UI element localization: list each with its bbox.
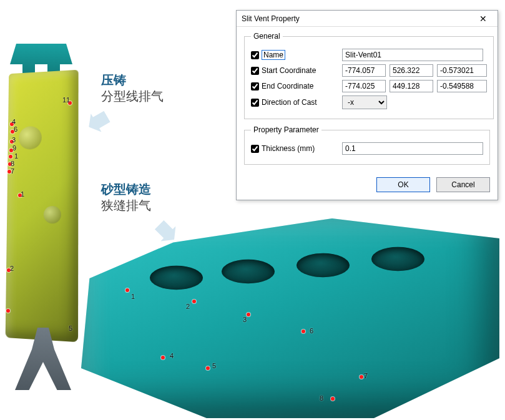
end-coord-label: End Coordinate [251,82,338,90]
end-z-input[interactable] [437,80,487,92]
vent-marker [360,375,363,379]
vent-number: 8 [11,160,14,167]
cylinder-bore [297,253,350,278]
vent-marker [247,313,250,316]
direction-label-text: Direction of Cast [262,98,317,107]
name-label-text: Name [262,50,285,60]
end-coord-label-text: End Coordinate [262,82,313,90]
vent-number: 11 [62,96,70,104]
label-die-cast-heading: 压铸 [101,72,164,88]
vent-number: 4 [170,352,174,359]
vent-number: 3 [243,316,247,323]
end-coord-checkbox[interactable] [251,82,259,90]
vent-number: 1 [21,190,24,198]
vent-number: 5 [69,325,72,332]
name-checkbox[interactable] [251,51,259,59]
group-general: General Name Start Coordinate [244,32,494,119]
part-die-cast [6,70,79,343]
thickness-checkbox[interactable] [251,145,259,153]
start-coord-label-text: Start Coordinate [262,66,316,75]
slit-vent-property-dialog: Slit Vent Property ✕ General Name Start … [236,10,498,200]
vent-marker [331,397,335,401]
label-die-cast: 压铸 分型线排气 [101,72,164,104]
part-engine-block [81,218,499,418]
dialog-titlebar[interactable]: Slit Vent Property ✕ [237,11,498,27]
direction-label: Direction of Cast [251,98,338,107]
vent-number: 3 [12,136,16,144]
cylinder-bore [222,260,275,284]
name-label: Name [251,50,338,60]
start-z-input[interactable] [437,64,487,77]
vent-number: 1 [131,293,135,300]
vent-number: 5 [212,362,216,369]
vent-marker [125,288,129,292]
thickness-label: Thickness (mm) [251,144,338,153]
group-property-parameter-legend: Property Parameter [251,125,321,134]
end-x-input[interactable] [342,80,386,92]
start-y-input[interactable] [390,64,433,77]
vent-number: 7 [11,167,14,175]
vent-marker [6,309,10,313]
thickness-input[interactable] [342,142,483,155]
name-input[interactable] [342,49,483,61]
vent-marker [192,300,196,303]
direction-checkbox[interactable] [251,99,259,107]
vent-number: 4 [12,118,16,125]
vent-marker [161,356,165,359]
group-general-legend: General [251,32,283,41]
start-x-input[interactable] [342,64,386,77]
vent-number: 1 [14,152,18,160]
label-sand-cast: 砂型铸造 狭缝排气 [101,181,151,213]
vent-number: 9 [12,144,16,152]
vent-number: 7 [364,372,368,379]
ok-button[interactable]: OK [376,177,430,192]
label-sand-cast-sub: 狭缝排气 [101,197,151,213]
group-property-parameter: Property Parameter Thickness (mm) [244,125,490,165]
vent-marker [206,366,210,370]
label-die-cast-sub: 分型线排气 [101,88,164,104]
vent-number: 2 [186,303,190,310]
label-sand-cast-heading: 砂型铸造 [101,181,151,197]
vent-marker [9,155,12,159]
vent-number: 6 [14,125,17,133]
vent-marker [302,330,305,333]
cylinder-bore [371,247,424,271]
thickness-label-text: Thickness (mm) [262,144,315,153]
close-icon: ✕ [479,14,487,23]
end-y-input[interactable] [390,80,433,92]
cylinder-bore [150,266,203,290]
direction-select[interactable]: -x+x-y+y-z+z [342,95,387,109]
start-coord-label: Start Coordinate [251,66,338,75]
dialog-title: Slit Vent Property [242,14,473,23]
cancel-button[interactable]: Cancel [436,177,490,192]
start-coord-checkbox[interactable] [251,67,259,75]
vent-number: 8 [320,394,323,402]
arrow-icon [84,107,112,136]
vent-number: 2 [10,265,14,272]
close-button[interactable]: ✕ [473,12,494,25]
vent-number: 6 [310,327,313,335]
